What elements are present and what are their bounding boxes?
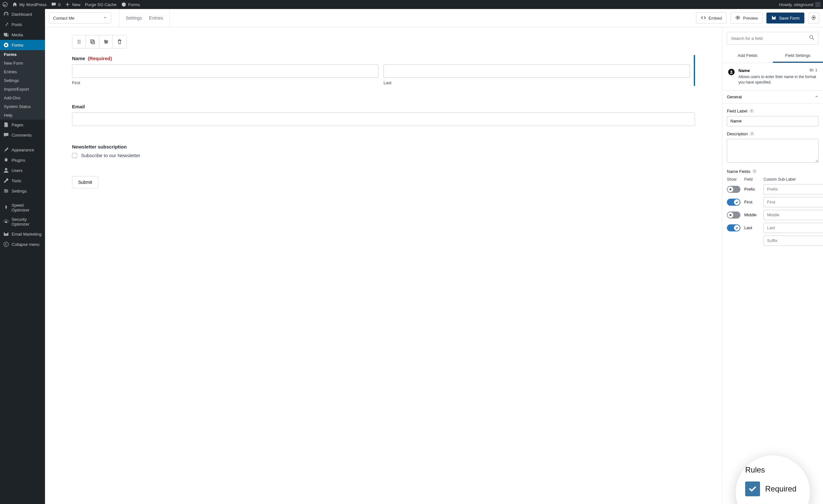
svg-point-22 bbox=[105, 42, 107, 44]
tab-entries[interactable]: Entries bbox=[149, 15, 163, 21]
avatar bbox=[815, 2, 820, 7]
brush-icon bbox=[3, 147, 9, 153]
collapse-menu[interactable]: Collapse menu bbox=[0, 239, 45, 249]
field-label-input[interactable] bbox=[727, 116, 819, 126]
svg-point-7 bbox=[5, 192, 6, 193]
menu-dashboard[interactable]: Dashboard bbox=[0, 9, 45, 19]
svg-point-1 bbox=[122, 3, 126, 7]
help-icon[interactable]: ? bbox=[750, 132, 754, 136]
description-label: Description bbox=[727, 132, 748, 136]
field-label-label: Field Label bbox=[727, 109, 748, 114]
field-search[interactable] bbox=[727, 32, 819, 45]
form-selector[interactable]: Contact Me bbox=[49, 13, 111, 23]
suffix-sublabel-input[interactable] bbox=[764, 235, 823, 246]
plug-icon bbox=[3, 157, 9, 163]
tab-settings[interactable]: Settings bbox=[126, 15, 142, 21]
howdy-link[interactable]: Howdy, siteground bbox=[779, 2, 820, 7]
menu-comments[interactable]: Comments bbox=[0, 130, 45, 140]
menu-security-optimizer[interactable]: Security Optimizer bbox=[0, 215, 45, 229]
save-icon bbox=[771, 15, 776, 21]
submenu-help[interactable]: Help bbox=[0, 111, 45, 120]
menu-users[interactable]: Users bbox=[0, 165, 45, 175]
help-icon[interactable]: ? bbox=[750, 109, 754, 113]
delete-button[interactable] bbox=[113, 35, 126, 48]
site-name-text: My WordPress bbox=[19, 2, 47, 7]
help-icon[interactable]: ? bbox=[752, 169, 757, 174]
required-checkbox[interactable] bbox=[745, 482, 760, 496]
eye-icon bbox=[735, 15, 740, 21]
field-name[interactable]: Name (Required) First Last bbox=[72, 55, 695, 86]
menu-pages[interactable]: Pages bbox=[0, 120, 45, 130]
submenu-settings[interactable]: Settings bbox=[0, 76, 45, 85]
row-first-label: First bbox=[744, 200, 762, 204]
toggle-first[interactable] bbox=[727, 199, 740, 206]
site-name-link[interactable]: My WordPress bbox=[12, 2, 47, 7]
first-sublabel: First bbox=[72, 80, 378, 85]
email-input[interactable] bbox=[72, 113, 695, 126]
svg-point-12 bbox=[77, 40, 78, 41]
comments-link[interactable]: 0 bbox=[51, 2, 60, 7]
first-sublabel-input[interactable] bbox=[764, 197, 823, 207]
menu-settings[interactable]: Settings bbox=[0, 186, 45, 196]
newsletter-option[interactable]: Subscribe to our Newsletter bbox=[72, 153, 695, 158]
description-input[interactable] bbox=[727, 139, 819, 163]
svg-point-10 bbox=[737, 17, 739, 18]
save-form-button[interactable]: Save Form bbox=[767, 13, 804, 23]
last-name-input[interactable] bbox=[383, 64, 690, 78]
new-link[interactable]: New bbox=[65, 2, 80, 7]
svg-point-20 bbox=[105, 40, 106, 41]
svg-point-5 bbox=[5, 189, 6, 191]
field-newsletter[interactable]: Newsletter subscription Subscribe to our… bbox=[72, 144, 695, 158]
forms-icon bbox=[121, 2, 126, 7]
tab-field-settings[interactable]: Field Settings bbox=[773, 49, 823, 63]
pages-icon bbox=[3, 122, 9, 128]
svg-rect-19 bbox=[92, 41, 95, 44]
toggle-middle[interactable] bbox=[727, 211, 740, 218]
last-sublabel-input[interactable] bbox=[764, 223, 823, 233]
duplicate-button[interactable] bbox=[86, 35, 99, 48]
tab-add-fields[interactable]: Add Fields bbox=[722, 49, 773, 63]
submenu-import-export[interactable]: Import/Export bbox=[0, 85, 45, 94]
field-email[interactable]: Email bbox=[72, 104, 695, 126]
prefix-sublabel-input[interactable] bbox=[764, 184, 823, 194]
submit-button[interactable]: Submit bbox=[72, 176, 99, 188]
toggle-prefix[interactable] bbox=[727, 186, 740, 193]
editor-topbar: Contact Me Settings Entries Embed Previe… bbox=[45, 9, 823, 27]
dashboard-icon bbox=[3, 11, 9, 17]
wp-logo[interactable] bbox=[3, 2, 8, 7]
pin-icon bbox=[3, 21, 9, 27]
gear-icon bbox=[3, 219, 9, 225]
submenu-entries[interactable]: Entries bbox=[0, 67, 45, 76]
first-name-input[interactable] bbox=[72, 64, 378, 78]
embed-button[interactable]: Embed bbox=[696, 13, 726, 23]
submenu-system-status[interactable]: System Status bbox=[0, 102, 45, 111]
forms-link[interactable]: Forms bbox=[121, 2, 140, 7]
settings-gear-button[interactable] bbox=[808, 13, 819, 23]
submenu-add-ons[interactable]: Add-Ons bbox=[0, 94, 45, 102]
code-icon bbox=[701, 15, 706, 21]
menu-plugins[interactable]: Plugins bbox=[0, 155, 45, 165]
svg-point-15 bbox=[79, 41, 80, 42]
submenu-new-form[interactable]: New Form bbox=[0, 59, 45, 67]
purge-cache-link[interactable]: Purge SG Cache bbox=[85, 2, 116, 7]
menu-posts[interactable]: Posts bbox=[0, 19, 45, 30]
field-settings-button[interactable] bbox=[99, 35, 113, 48]
menu-media[interactable]: Media bbox=[0, 30, 45, 40]
preview-button[interactable]: Preview bbox=[730, 13, 763, 23]
col-custom: Custom Sub-Label bbox=[764, 177, 819, 182]
submenu-forms[interactable]: Forms bbox=[0, 50, 45, 59]
menu-email-marketing[interactable]: Email Marketing bbox=[0, 229, 45, 239]
menu-tools[interactable]: Tools bbox=[0, 175, 45, 186]
field-search-input[interactable] bbox=[731, 36, 806, 41]
section-general[interactable]: General bbox=[722, 91, 823, 104]
toggle-last[interactable] bbox=[727, 224, 740, 231]
media-icon bbox=[3, 32, 9, 38]
menu-forms[interactable]: Forms bbox=[0, 40, 45, 50]
menu-speed-optimizer[interactable]: Speed Optimizer bbox=[0, 201, 45, 215]
settings-panel: Add Fields Field Settings NameID: 1 Allo… bbox=[722, 27, 823, 504]
chevron-up-icon bbox=[815, 95, 819, 99]
middle-sublabel-input[interactable] bbox=[764, 210, 823, 220]
menu-appearance[interactable]: Appearance bbox=[0, 145, 45, 155]
newsletter-field-label: Newsletter subscription bbox=[72, 144, 695, 150]
drag-handle-button[interactable] bbox=[72, 35, 86, 48]
